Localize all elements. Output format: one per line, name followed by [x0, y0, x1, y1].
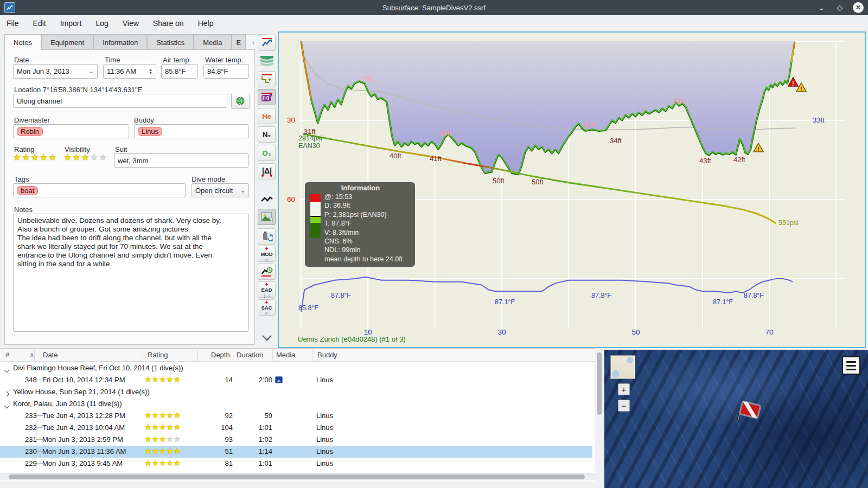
visibility-stars[interactable]: ★★★★★: [63, 152, 107, 163]
trip-row[interactable]: Yellow House, Sun Sep 21, 2014 (1 dive(s…: [0, 386, 592, 398]
map-zoom-out-button[interactable]: −: [618, 400, 630, 412]
col-date[interactable]: Date: [43, 351, 58, 359]
buddy-chip[interactable]: Linus: [138, 127, 162, 136]
mod-icon[interactable]: +MOD⏱: [258, 246, 276, 262]
trip-row[interactable]: Koror, Palau, Jun 2013 (11 dive(s)): [0, 398, 592, 410]
map-zoom-in-button[interactable]: +: [618, 383, 630, 395]
ndl-runner-icon[interactable]: [258, 264, 276, 280]
svg-text:87.8°F: 87.8°F: [744, 292, 764, 299]
window-title: Subsurface: SampleDivesV2.ssrf: [0, 4, 868, 12]
dive-duration: 59: [233, 412, 272, 420]
infobox-row: T: 87.8°F: [324, 219, 411, 228]
time-stepper[interactable]: 11:36 AM▲▼: [103, 64, 156, 79]
dive-depth: 104: [195, 423, 233, 432]
collapse-icon[interactable]: [4, 368, 10, 373]
dive-site-map[interactable]: + −: [604, 350, 868, 488]
dive-row[interactable]: 231Mon Jun 3, 2013 2:59 PM★★★★★931:02Lin…: [0, 434, 592, 446]
dive-row[interactable]: 230Mon Jun 3, 2013 11:36 AM★★★★★511:14Li…: [0, 446, 592, 458]
dive-list: # ∧ Date Rating Depth Duration Media Bud…: [0, 348, 595, 481]
infobox-row: mean depth to here 24.0ft: [324, 255, 411, 264]
location-input[interactable]: Ulong channel: [13, 94, 227, 108]
date-select[interactable]: Mon Jun 3, 2013⌄: [13, 64, 98, 79]
scrollbar-handle[interactable]: [9, 474, 585, 479]
nitrogen-graph-icon[interactable]: N₂: [258, 126, 276, 143]
tab-information[interactable]: Information: [93, 34, 147, 50]
tab-statistics[interactable]: Statistics: [147, 34, 194, 50]
vertical-scrollbar[interactable]: [595, 350, 604, 488]
menu-view[interactable]: View: [123, 19, 139, 28]
sac-icon[interactable]: +SAC⏱: [258, 299, 276, 316]
air-temp-field[interactable]: 85.8°F: [161, 64, 198, 79]
divemaster-chip[interactable]: Robin: [17, 127, 43, 136]
col-duration[interactable]: Duration: [237, 351, 263, 359]
menu-import[interactable]: Import: [60, 19, 82, 28]
dive-computer-profile-icon[interactable]: [258, 35, 276, 51]
dive-profile-chart[interactable]: 15ft35ft31ft23ft31ft40ft41ft50ft50ft34ft…: [278, 31, 866, 348]
tab-e[interactable]: E: [232, 34, 246, 50]
spinner-arrows-icon[interactable]: ▲▼: [149, 68, 152, 75]
divemaster-input[interactable]: Robin: [13, 124, 129, 138]
ead-icon[interactable]: +EAD(...): [258, 281, 276, 298]
menu-log[interactable]: Log: [95, 19, 108, 28]
col-media[interactable]: Media: [276, 351, 295, 359]
heartrate-icon[interactable]: [258, 191, 276, 208]
dive-row[interactable]: 233Tue Jun 4, 2013 12:28 PM★★★★★9259Linu…: [0, 410, 592, 422]
svg-text:15ft: 15ft: [361, 75, 373, 83]
dive-rating: ★★★★★: [144, 434, 181, 444]
tank-bar-icon[interactable]: [258, 89, 276, 105]
svg-text:50ft: 50ft: [493, 177, 505, 185]
tree-line: [36, 422, 42, 434]
map-menu-button[interactable]: [842, 356, 860, 375]
trip-label: Koror, Palau, Jun 2013 (11 dive(s)): [13, 400, 122, 408]
col-rating[interactable]: Rating: [148, 351, 168, 359]
menu-edit[interactable]: Edit: [33, 19, 46, 28]
dive-row[interactable]: 348Fri Oct 10, 2014 12:34 PM★★★★★142:00L…: [0, 374, 592, 386]
buddy-input[interactable]: Linus: [134, 124, 249, 138]
col-number[interactable]: #: [5, 351, 9, 359]
menu-help[interactable]: Help: [198, 19, 214, 28]
delta-icon[interactable]: |Δ|: [258, 163, 276, 179]
suit-input[interactable]: wet, 3mm: [114, 153, 249, 168]
tab-notes[interactable]: Notes: [4, 34, 41, 50]
menu-share-on[interactable]: Share on: [153, 19, 184, 28]
dive-list-header[interactable]: # ∧ Date Rating Depth Duration Media Bud…: [0, 349, 595, 362]
ceiling-icon[interactable]: [258, 71, 276, 87]
minimize-button[interactable]: ⌄: [816, 2, 827, 13]
trip-label: Divi Flamingo House Reef, Fri Oct 10, 20…: [13, 364, 183, 372]
oxygen-graph-icon[interactable]: O₂: [258, 145, 276, 161]
photos-icon[interactable]: [258, 209, 276, 225]
horizontal-scrollbar[interactable]: [0, 473, 595, 480]
maximize-button[interactable]: ◇: [834, 2, 845, 13]
rating-stars[interactable]: ★★★★★: [13, 152, 57, 163]
svg-text:87.1°F: 87.1°F: [713, 298, 733, 306]
tags-input[interactable]: boat: [13, 183, 186, 197]
water-temp-field[interactable]: 84.8°F: [203, 64, 249, 79]
dive-flag-marker[interactable]: [730, 394, 766, 432]
dive-mode-select[interactable]: Open circuit⌄: [192, 183, 249, 197]
col-buddy[interactable]: Buddy: [317, 351, 337, 359]
tab-equipment[interactable]: Equipment: [41, 34, 93, 50]
overview-minimap[interactable]: [610, 355, 635, 379]
tag-chip[interactable]: boat: [17, 186, 38, 195]
dive-row[interactable]: 229Mon Jun 3, 2013 9:45 AM★★★★★811:01Lin…: [0, 458, 592, 470]
tab-scroll-left-icon[interactable]: ‹: [252, 38, 254, 47]
scroll-down-icon[interactable]: [258, 330, 276, 346]
col-depth[interactable]: Depth: [211, 351, 230, 359]
trip-row[interactable]: Divi Flamingo House Reef, Fri Oct 10, 20…: [0, 362, 592, 374]
scrollbar-handle[interactable]: [597, 352, 602, 415]
information-tooltip: Information @: 15:53D: 36.9ftP: 2,381psi…: [305, 182, 415, 267]
close-button[interactable]: ✕: [853, 2, 864, 13]
waves-icon[interactable]: [258, 53, 276, 69]
menu-file[interactable]: File: [7, 19, 19, 28]
svg-text:87.1°F: 87.1°F: [495, 298, 515, 306]
globe-button[interactable]: [231, 93, 250, 109]
dive-row[interactable]: 232Tue Jun 4, 2013 10:04 AM★★★★★1041:01L…: [0, 422, 592, 434]
tank-change-icon[interactable]: [258, 228, 276, 245]
tab-media[interactable]: Media: [194, 34, 231, 50]
expand-icon[interactable]: [4, 391, 10, 397]
dive-buddy: Linus: [316, 412, 333, 420]
collapse-icon[interactable]: [4, 403, 10, 409]
notes-textarea[interactable]: Unbelievable dive. Dozens and dozens of …: [13, 214, 249, 332]
helium-graph-icon[interactable]: He: [258, 108, 276, 124]
media-icon[interactable]: [275, 376, 283, 383]
